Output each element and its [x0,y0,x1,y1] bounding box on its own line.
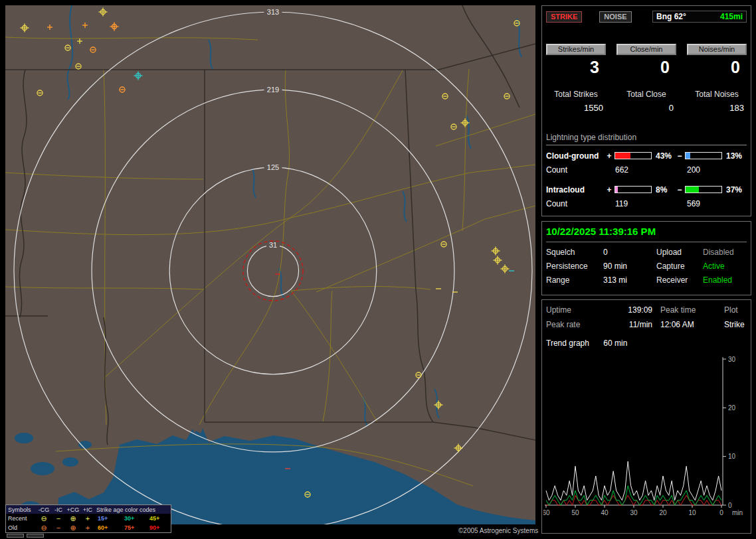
count-label: Count [546,199,567,208]
total-close-value: 0 [616,103,676,113]
legend-symbols-title: Symbols [6,506,37,513]
bottom-mini-button-1[interactable] [7,534,24,538]
peak-time-value: 12:06 AM [652,320,716,329]
capture-label: Capture [650,262,703,271]
bottom-mini-button-2[interactable] [27,534,44,538]
strike-cgn-icon [442,94,448,99]
trend-x-tick: 20 [659,509,667,516]
trend-x-tick: 0 [719,509,723,516]
count-label: Count [546,165,567,175]
range-ring-219 [92,90,454,452]
settings-grid: Squelch 0 Upload Disabled Persistence 90… [546,248,747,285]
strike-cgp-icon [494,256,502,265]
total-close-label: Total Close [616,90,676,99]
close-per-min-button[interactable]: Close/min [616,44,676,55]
trend-x-unit: min [732,509,743,516]
copyright-text: ©2005 Astrogenic Systems [458,527,538,534]
strike-icp-icon [82,23,88,28]
distance-value: 415mi [720,12,743,21]
noises-per-min-button[interactable]: Noises/min [687,44,747,55]
receiver-label: Receiver [650,275,703,285]
strike-cgn-icon [37,90,43,96]
uptime-label: Uptime [546,305,603,315]
trend-x-tick: 50 [571,509,579,516]
strike-cgp-icon [454,444,463,453]
range-value: 313 mi [603,275,650,285]
peak-time-label: Peak time [652,305,716,315]
rate-stats: Strikes/min 3 Total Strikes 1550 Close/m… [546,42,747,113]
legend-old-label: Old [6,524,37,531]
cg-negative-pct: 13% [724,151,747,161]
legend-col-ic-neg: -IC [51,506,66,513]
rivers [67,5,521,426]
age-15: 15+ [95,515,122,522]
map-canvas: 31321912531 [5,5,535,524]
trend-y-tick: 30 [728,356,736,363]
strike-cgn-icon [76,64,81,69]
plot-label: Plot [716,305,747,315]
map-geography [5,5,535,524]
trend-series-strikes [546,461,721,501]
trend-window-value: 60 min [603,339,627,348]
trend-x-tick: 60 [543,509,550,516]
strike-cgn-icon [65,45,70,50]
ic-negative-bar [685,186,722,193]
upload-label: Upload [650,248,703,257]
strike-cgp-icon [501,265,510,273]
legend-old-row: Old ⊖ − ⊕ + 60+ 75+ 90+ [6,523,171,532]
ic-neg-symbol-icon: − [51,524,66,532]
legend-age-title: Strike age color codes [95,506,172,513]
legend-recent-row: Recent ⊖ − ⊕ + 15+ 30+ 45+ [6,514,171,523]
total-strikes-value: 1550 [546,103,606,113]
age-30: 30+ [122,515,147,522]
close-alarm-ring [243,241,303,301]
cloud-ground-label: Cloud-ground [546,151,606,161]
distribution-title: Lightning type distribution [546,133,747,145]
strike-cgp-icon [110,23,119,31]
receiver-status: Enabled [703,275,747,285]
trend-x-tick: 40 [601,509,609,516]
minus-sign: − [676,151,683,161]
map-legend: Symbols -CG -IC +CG +IC Strike age color… [5,504,171,533]
strike-cgp-icon [21,24,29,33]
intracloud-row: Intracloud + 8% − 37% [546,185,747,194]
ic-pos-symbol-icon: + [80,524,95,532]
upload-status: Disabled [703,248,747,257]
total-strikes-label: Total Strikes [546,90,606,99]
minus-sign: − [676,185,683,194]
cloud-ground-row: Cloud-ground + 43% − 13% [546,151,747,161]
datetime-display: 10/22/2025 11:39:16 PM [546,226,747,242]
strike-cgn-icon [120,87,125,92]
ic-negative-count: 569 [687,199,700,208]
cg-positive-bar [614,152,652,159]
state-borders [5,5,535,445]
ic-positive-count: 119 [615,199,628,208]
age-45: 45+ [147,515,172,522]
squelch-label: Squelch [546,248,603,257]
trend-y-tick: 20 [728,404,736,412]
total-noises-label: Total Noises [687,90,747,99]
ic-positive-pct: 8% [654,185,676,194]
plus-sign: + [606,151,613,161]
cg-pos-symbol-icon: ⊕ [66,515,80,522]
strikes-per-min-button[interactable]: Strikes/min [546,44,606,55]
strike-cgn-icon [504,94,510,99]
strikes-per-min-value: 3 [546,58,606,78]
trend-x-tick: 30 [630,509,638,516]
squelch-value: 0 [603,248,650,257]
strike-cgp-icon [492,247,500,256]
close-per-min-column: Close/min 0 Total Close 0 [616,42,676,113]
noise-button[interactable]: NOISE [599,11,631,23]
cg-neg-symbol-icon: ⊖ [37,524,51,532]
strike-button[interactable]: STRIKE [546,11,582,23]
trend-graph-label: Trend graph [546,339,589,348]
strike-cgn-icon [441,242,446,247]
cg-positive-pct: 43% [654,151,676,161]
persistence-value: 90 min [603,262,650,271]
legend-recent-label: Recent [6,515,37,522]
trend-y-tick: 10 [728,453,736,460]
trend-y-tick: 0 [728,502,732,509]
cg-positive-count: 662 [615,165,628,175]
lightning-map[interactable]: 31321912531 [5,5,535,524]
intracloud-count-row: Count 119 569 [546,199,747,208]
